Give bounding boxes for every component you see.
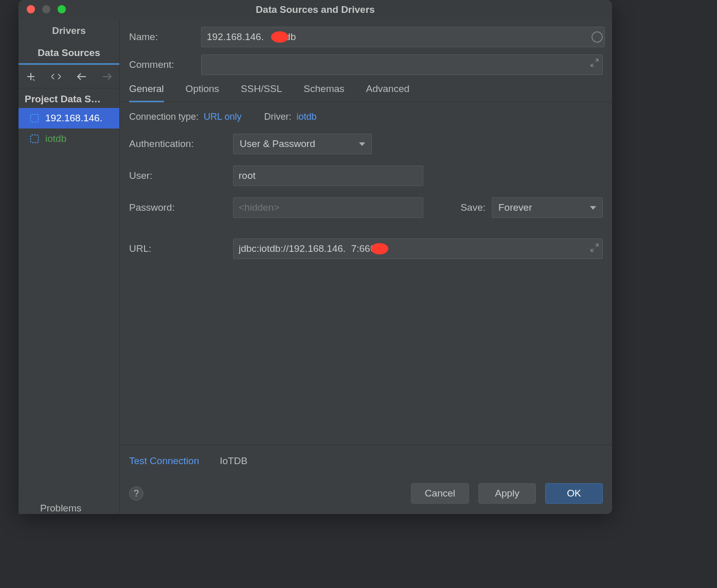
driver-name-label: IoTDB <box>220 455 247 467</box>
authentication-label: Authentication: <box>129 138 227 150</box>
password-input[interactable] <box>233 197 423 218</box>
comment-label: Comment: <box>129 59 196 70</box>
titlebar: Data Sources and Drivers <box>19 0 612 20</box>
user-input[interactable] <box>233 166 423 186</box>
sidebar-tab-data-sources[interactable]: Data Sources <box>19 42 119 65</box>
duplicate-icon[interactable] <box>49 69 64 84</box>
database-icon <box>30 114 39 123</box>
svg-rect-0 <box>31 115 39 122</box>
sidebar-tab-drivers[interactable]: Drivers <box>19 20 119 42</box>
close-icon[interactable] <box>27 5 35 13</box>
cancel-button[interactable]: Cancel <box>411 483 469 504</box>
sidebar-problems[interactable]: Problems <box>19 490 119 514</box>
sidebar-heading: Project Data S… <box>19 88 119 108</box>
connection-type-value[interactable]: URL only <box>204 112 241 122</box>
apply-button[interactable]: Apply <box>478 483 536 504</box>
name-label: Name: <box>129 31 196 43</box>
save-select[interactable]: Forever <box>492 197 603 218</box>
connection-type-label: Connection type: <box>129 112 199 122</box>
redaction-dot <box>271 31 289 43</box>
tree-item[interactable]: 192.168.146. <box>19 108 119 128</box>
authentication-value: User & Password <box>240 138 315 150</box>
tree-item-label: iotdb <box>45 133 66 144</box>
data-sources-dialog: Data Sources and Drivers Drivers Data So… <box>19 0 612 514</box>
url-label: URL: <box>129 243 227 254</box>
test-connection-link[interactable]: Test Connection <box>129 455 199 467</box>
tab-ssh-ssl[interactable]: SSH/SSL <box>241 80 282 102</box>
forward-icon <box>100 69 115 84</box>
redaction-dot <box>371 243 388 254</box>
url-input[interactable] <box>233 238 603 259</box>
driver-label: Driver: <box>264 112 291 122</box>
tab-schemas[interactable]: Schemas <box>303 80 344 102</box>
name-input[interactable] <box>201 27 605 47</box>
config-tabs: General Options SSH/SSL Schemas Advanced <box>120 75 612 102</box>
expand-icon[interactable] <box>590 244 599 254</box>
color-circle-icon[interactable] <box>591 31 603 43</box>
tab-general[interactable]: General <box>129 80 164 102</box>
main-panel: Name: Comment: General <box>119 20 612 514</box>
save-label: Save: <box>460 202 486 213</box>
database-icon <box>30 134 39 143</box>
chevron-down-icon <box>590 206 596 210</box>
tab-advanced[interactable]: Advanced <box>366 80 410 102</box>
dialog-title: Data Sources and Drivers <box>256 4 374 15</box>
user-label: User: <box>129 170 227 181</box>
driver-link[interactable]: iotdb <box>296 112 316 122</box>
svg-rect-1 <box>31 135 39 143</box>
sidebar-toolbar <box>19 65 119 88</box>
dialog-buttons: ? Cancel Apply OK <box>120 475 612 514</box>
password-label: Password: <box>129 202 227 213</box>
save-value: Forever <box>498 202 532 213</box>
data-source-tree: 192.168.146. iotdb <box>19 108 119 490</box>
back-icon[interactable] <box>75 69 89 84</box>
zoom-icon[interactable] <box>58 5 66 13</box>
window-controls <box>27 5 66 13</box>
minimize-icon[interactable] <box>42 5 50 13</box>
chevron-down-icon <box>359 142 365 146</box>
add-icon[interactable] <box>24 69 38 84</box>
help-button[interactable]: ? <box>129 486 144 501</box>
tree-item-label: 192.168.146. <box>45 113 102 124</box>
tree-item[interactable]: iotdb <box>19 128 119 149</box>
tab-options[interactable]: Options <box>186 80 219 102</box>
expand-icon[interactable] <box>590 59 599 69</box>
footer-links: Test Connection IoTDB <box>120 445 612 475</box>
sidebar: Drivers Data Sources Project Data S… <box>19 20 119 514</box>
authentication-select[interactable]: User & Password <box>233 134 372 154</box>
ok-button[interactable]: OK <box>545 483 603 504</box>
comment-input[interactable] <box>201 54 603 75</box>
